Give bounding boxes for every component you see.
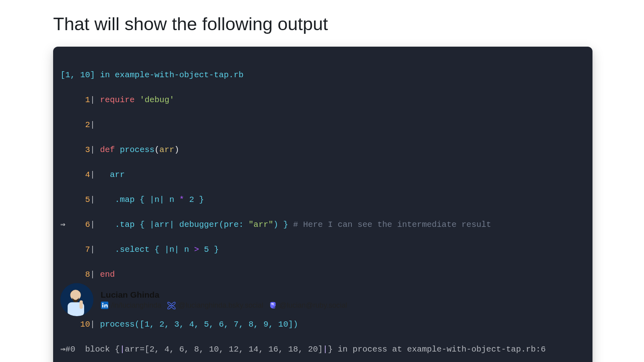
inline-comment: # Here I can see the intermediate result bbox=[293, 220, 491, 229]
code-header: [1, 10] in example-with-object-tap.rb bbox=[60, 70, 244, 80]
ln-3: 3 bbox=[85, 145, 90, 154]
svg-rect-5 bbox=[102, 304, 103, 308]
linkedin-handle: /in/lucianghinda bbox=[111, 301, 161, 310]
ln-7: 7 bbox=[85, 245, 90, 254]
author-name: Lucian Ghinda bbox=[101, 290, 347, 300]
butterfly-icon bbox=[167, 301, 176, 309]
linkedin-icon bbox=[101, 301, 109, 309]
author-block: Lucian Ghinda /in/lucianghinda @luciangh… bbox=[60, 283, 347, 316]
mastodon-link[interactable]: @lucian@ruby.social bbox=[269, 301, 347, 310]
linkedin-link[interactable]: /in/lucianghinda bbox=[101, 301, 161, 310]
svg-point-6 bbox=[102, 303, 103, 304]
mastodon-icon bbox=[269, 301, 277, 309]
mastodon-handle: @lucian@ruby.social bbox=[279, 301, 347, 310]
ln-6: 6 bbox=[85, 220, 90, 229]
bluesky-handle: @lucianghinda.bsky.social bbox=[178, 301, 263, 310]
ln-5: 5 bbox=[85, 195, 90, 204]
bluesky-link[interactable]: @lucianghinda.bsky.social bbox=[167, 301, 263, 310]
ln-1: 1 bbox=[85, 95, 90, 105]
current-line-arrow: ⇒ bbox=[60, 220, 65, 229]
kw-def: def bbox=[100, 145, 115, 154]
ln-10: 10 bbox=[80, 320, 90, 329]
ln-2: 2 bbox=[85, 120, 90, 130]
frame-arrow: ⇒ bbox=[60, 345, 65, 354]
svg-rect-3 bbox=[80, 300, 83, 309]
ln-4: 4 bbox=[85, 170, 90, 179]
avatar bbox=[60, 283, 93, 316]
kw-require: require bbox=[100, 95, 134, 105]
str-debug: 'debug' bbox=[140, 95, 174, 105]
slide-title: That will show the following output bbox=[53, 14, 328, 35]
kw-end: end bbox=[100, 270, 115, 279]
ln-8: 8 bbox=[85, 270, 90, 279]
